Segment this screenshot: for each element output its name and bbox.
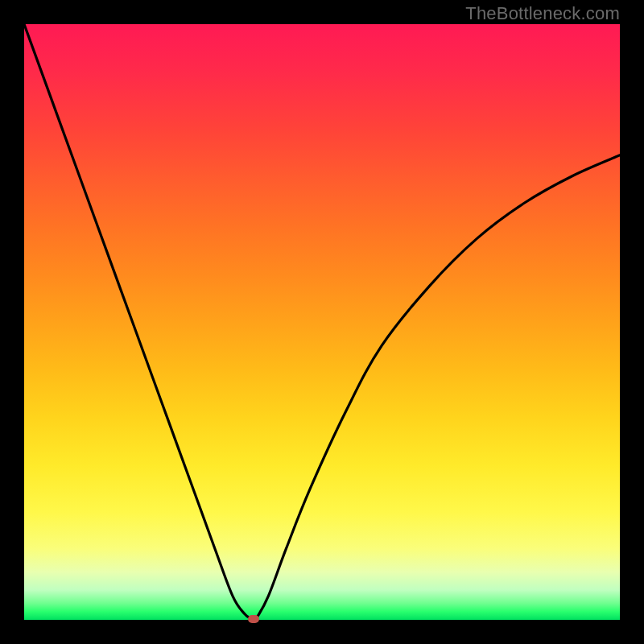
plot-area: [24, 24, 620, 620]
minimum-marker: [248, 615, 259, 623]
bottleneck-curve: [24, 24, 620, 620]
watermark-text: TheBottleneck.com: [465, 3, 620, 24]
chart-frame: TheBottleneck.com: [0, 0, 644, 644]
